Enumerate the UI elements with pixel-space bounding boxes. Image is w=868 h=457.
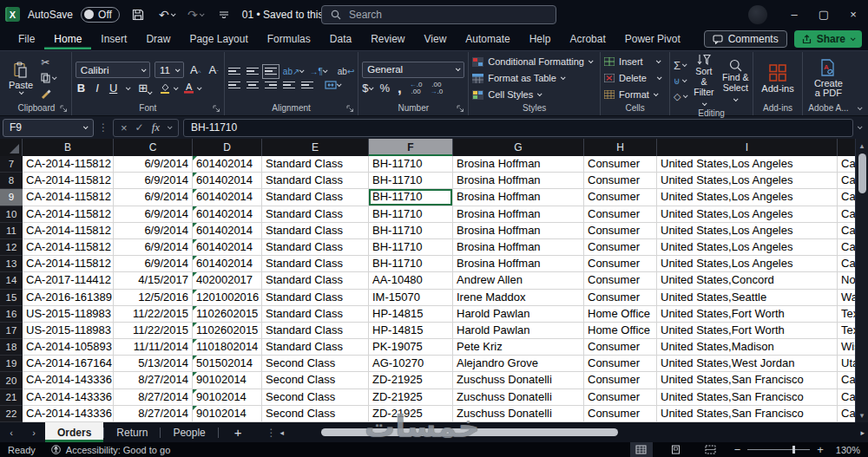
ribbon-tab-home[interactable]: Home: [44, 29, 91, 49]
cell-H21[interactable]: Consumer: [584, 389, 657, 406]
vscroll-thumb[interactable]: [858, 153, 866, 193]
cell-G8[interactable]: Brosina Hoffman: [453, 173, 584, 189]
normal-view-button[interactable]: [630, 442, 653, 457]
cell-B18[interactable]: CA-2014-105893: [23, 339, 114, 356]
cell-D9[interactable]: 601402014: [193, 189, 262, 206]
ribbon-tab-page-layout[interactable]: Page Layout: [180, 29, 257, 49]
decrease-indent-button[interactable]: [283, 81, 295, 90]
row-header-22[interactable]: 22: [0, 406, 23, 422]
ribbon-tab-view[interactable]: View: [415, 29, 457, 49]
cell-I8[interactable]: United States,Los Angeles: [657, 173, 838, 189]
cell-C22[interactable]: 8/27/2014: [114, 406, 193, 422]
italic-button[interactable]: I: [94, 82, 101, 95]
percent-button[interactable]: %: [380, 82, 391, 95]
row-header-13[interactable]: 13: [0, 256, 23, 272]
ribbon-tab-file[interactable]: File: [9, 29, 44, 49]
paste-button[interactable]: Paste: [5, 60, 36, 96]
cell-D20[interactable]: 90102014: [193, 372, 262, 388]
formula-input[interactable]: BH-11710: [183, 119, 853, 137]
sheet-tab-people[interactable]: People: [161, 422, 217, 442]
expand-formula-bar-icon[interactable]: [858, 124, 863, 129]
cell-F11[interactable]: BH-11710: [369, 223, 453, 239]
cell-I16[interactable]: United States,Fort Worth: [657, 306, 838, 323]
delete-cells-button[interactable]: Delete: [604, 71, 661, 86]
zoom-slider[interactable]: [747, 449, 810, 450]
cell-C13[interactable]: 6/9/2014: [114, 256, 193, 272]
cell-G7[interactable]: Brosina Hoffman: [453, 156, 584, 173]
cell-I15[interactable]: United States,Seattle: [657, 290, 838, 306]
cell-E17[interactable]: Standard Class: [262, 323, 369, 339]
cell-F17[interactable]: HP-14815: [369, 323, 453, 339]
cell-F13[interactable]: BH-11710: [369, 256, 453, 272]
cell-E20[interactable]: Second Class: [262, 372, 369, 388]
quick-access-menu-button[interactable]: [214, 4, 234, 25]
zoom-level[interactable]: 130%: [836, 445, 860, 455]
cell-F10[interactable]: BH-11710: [369, 206, 453, 223]
name-box[interactable]: F9: [3, 119, 94, 137]
cell-I19[interactable]: United States,West Jordan: [657, 356, 838, 372]
chevron-down-icon[interactable]: [126, 85, 131, 90]
cell-G18[interactable]: Pete Kriz: [453, 339, 584, 356]
zoom-slider-thumb[interactable]: [792, 446, 795, 454]
ribbon-tab-help[interactable]: Help: [520, 29, 561, 49]
decrease-decimal-button[interactable]: .00→.0: [430, 82, 443, 95]
row-header-14[interactable]: 14: [0, 272, 23, 289]
cell-B13[interactable]: CA-2014-115812: [23, 256, 114, 272]
cell-E18[interactable]: Standard Class: [262, 339, 369, 356]
comma-style-button[interactable]: ,: [398, 84, 402, 93]
cell-I9[interactable]: United States,Los Angeles: [657, 189, 838, 206]
row-header-10[interactable]: 10: [0, 206, 23, 223]
create-pdf-button[interactable]: A Createa PDF: [811, 57, 846, 100]
row-header-21[interactable]: 21: [0, 389, 23, 406]
cell-H14[interactable]: Consumer: [584, 272, 657, 289]
row-header-17[interactable]: 17: [0, 323, 23, 339]
cell-G9[interactable]: Brosina Hoffman: [453, 189, 584, 206]
page-layout-view-button[interactable]: [665, 442, 687, 457]
cell-D21[interactable]: 90102014: [193, 389, 262, 406]
cell-C9[interactable]: 6/9/2014: [114, 189, 193, 206]
column-header-D[interactable]: D: [193, 139, 262, 156]
cell-C11[interactable]: 6/9/2014: [114, 223, 193, 239]
clear-button[interactable]: ◇: [674, 90, 686, 103]
cell-G19[interactable]: Alejandro Grove: [453, 356, 584, 372]
row-header-12[interactable]: 12: [0, 239, 23, 256]
next-sheet-button[interactable]: ›: [23, 428, 45, 438]
cell-E16[interactable]: Standard Class: [262, 306, 369, 323]
cell-E8[interactable]: Standard Class: [262, 173, 369, 189]
save-button[interactable]: [128, 4, 148, 25]
borders-button[interactable]: ⊞: [136, 82, 153, 95]
enter-button[interactable]: ✓: [135, 121, 144, 134]
alignment-dialog-launcher[interactable]: [346, 105, 354, 113]
align-top-button[interactable]: [228, 67, 240, 76]
cell-E14[interactable]: Standard Class: [262, 272, 369, 289]
cell-C20[interactable]: 8/27/2014: [114, 372, 193, 388]
find-select-button[interactable]: Find &Select: [721, 59, 749, 103]
zoom-in-button[interactable]: +: [817, 443, 824, 456]
cell-E13[interactable]: Standard Class: [262, 256, 369, 272]
increase-indent-button[interactable]: [301, 81, 313, 90]
row-header-8[interactable]: 8: [0, 173, 23, 189]
ribbon-tab-formulas[interactable]: Formulas: [258, 29, 320, 49]
column-header-E[interactable]: E: [262, 139, 369, 156]
font-dialog-launcher[interactable]: [213, 105, 220, 113]
scroll-right-icon[interactable]: ▸: [860, 428, 865, 437]
cell-H19[interactable]: Consumer: [584, 356, 657, 372]
format-painter-button[interactable]: [41, 88, 56, 101]
row-header-18[interactable]: 18: [0, 339, 23, 356]
align-bottom-button[interactable]: [265, 67, 277, 76]
column-header-B[interactable]: B: [23, 139, 114, 156]
cancel-button[interactable]: ×: [121, 121, 128, 134]
cell-I10[interactable]: United States,Los Angeles: [657, 206, 838, 223]
increase-font-button[interactable]: A^: [188, 63, 202, 76]
page-break-view-button[interactable]: [700, 442, 722, 457]
cell-F18[interactable]: PK-19075: [369, 339, 453, 356]
cell-F21[interactable]: ZD-21925: [369, 389, 453, 406]
cell-F20[interactable]: ZD-21925: [369, 372, 453, 388]
cell-I14[interactable]: United States,Concord: [657, 272, 838, 289]
cell-E9[interactable]: Standard Class: [262, 189, 369, 206]
cell-E10[interactable]: Standard Class: [262, 206, 369, 223]
cell-I17[interactable]: United States,Fort Worth: [657, 323, 838, 339]
cell-B19[interactable]: CA-2014-167164: [23, 356, 114, 372]
zoom-out-button[interactable]: −: [734, 443, 741, 456]
insert-cells-button[interactable]: Insert: [604, 55, 660, 69]
